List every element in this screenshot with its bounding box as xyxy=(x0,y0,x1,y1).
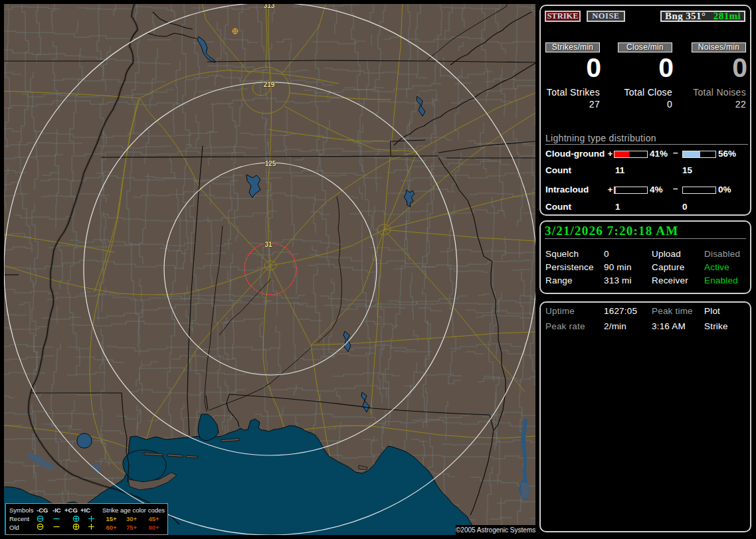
svg-text:+CG: +CG xyxy=(64,506,78,514)
svg-text:313: 313 xyxy=(264,4,275,9)
svg-text:+IC: +IC xyxy=(80,506,90,514)
svg-text:Recent: Recent xyxy=(9,515,29,522)
svg-text:Old: Old xyxy=(9,524,19,531)
svg-text:90+: 90+ xyxy=(149,524,160,531)
svg-text:45+: 45+ xyxy=(149,515,160,522)
svg-text:Strike age color codes: Strike age color codes xyxy=(102,506,165,514)
svg-text:Symbols: Symbols xyxy=(9,506,34,514)
svg-text:15+: 15+ xyxy=(106,515,118,522)
svg-text:219: 219 xyxy=(264,81,275,88)
svg-text:60+: 60+ xyxy=(106,524,118,531)
svg-text:125: 125 xyxy=(265,160,276,167)
svg-text:-CG: -CG xyxy=(37,506,48,514)
svg-text:30+: 30+ xyxy=(126,515,138,522)
svg-text:31: 31 xyxy=(264,241,272,248)
svg-text:75+: 75+ xyxy=(126,524,138,531)
svg-text:-IC: -IC xyxy=(52,506,61,514)
